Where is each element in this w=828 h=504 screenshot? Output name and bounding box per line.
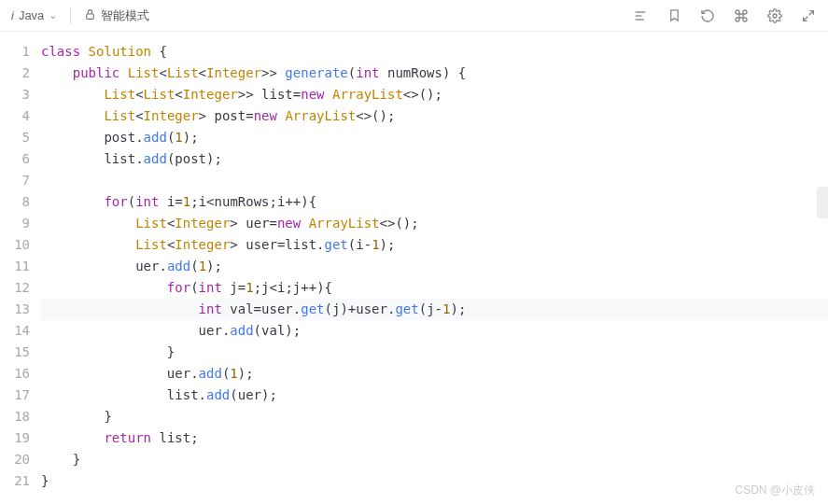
svg-rect-0 bbox=[87, 13, 94, 18]
line-number: 2 bbox=[0, 63, 30, 84]
lock-icon bbox=[84, 8, 96, 23]
bookmark-icon[interactable] bbox=[666, 7, 682, 24]
fullscreen-icon[interactable] bbox=[800, 7, 817, 24]
code-editor[interactable]: 123456789101112131415161718192021 class … bbox=[0, 32, 828, 492]
code-line[interactable]: } bbox=[41, 470, 828, 492]
line-number: 11 bbox=[0, 256, 30, 277]
line-number: 12 bbox=[0, 277, 30, 299]
line-number: 4 bbox=[0, 105, 30, 127]
code-line[interactable]: uer.add(1); bbox=[41, 256, 828, 277]
mode-label: 智能模式 bbox=[101, 7, 149, 24]
watermark-text: CSDN @小皮侠 bbox=[735, 483, 815, 498]
line-number: 1 bbox=[0, 41, 30, 63]
code-line[interactable]: public List<List<Integer>> generate(int … bbox=[41, 63, 828, 84]
code-area[interactable]: class Solution { public List<List<Intege… bbox=[41, 32, 828, 492]
code-line[interactable]: for(int i=1;i<numRows;i++){ bbox=[41, 191, 828, 213]
code-line[interactable]: uer.add(1); bbox=[41, 363, 828, 385]
language-name: Java bbox=[19, 8, 44, 22]
code-line[interactable]: post.add(1); bbox=[41, 127, 828, 148]
code-line[interactable]: } bbox=[41, 406, 828, 427]
toolbar-left: i Java ⌄ 智能模式 bbox=[11, 7, 149, 24]
chevron-down-icon: ⌄ bbox=[49, 9, 57, 21]
line-number-gutter: 123456789101112131415161718192021 bbox=[0, 32, 41, 492]
line-number: 6 bbox=[0, 148, 30, 170]
code-line[interactable]: } bbox=[41, 449, 828, 470]
reset-icon[interactable] bbox=[699, 7, 716, 24]
code-line[interactable]: list.add(uer); bbox=[41, 385, 828, 406]
line-number: 17 bbox=[0, 385, 30, 406]
format-icon[interactable] bbox=[632, 7, 649, 24]
line-number: 3 bbox=[0, 84, 30, 105]
line-number: 7 bbox=[0, 170, 30, 191]
code-line[interactable]: List<Integer> post=new ArrayList<>(); bbox=[41, 105, 828, 127]
code-line[interactable]: class Solution { bbox=[41, 41, 828, 63]
code-line[interactable]: List<List<Integer>> list=new ArrayList<>… bbox=[41, 84, 828, 105]
code-line[interactable] bbox=[41, 170, 828, 191]
line-number: 10 bbox=[0, 234, 30, 256]
line-number: 19 bbox=[0, 427, 30, 449]
toolbar-divider bbox=[70, 7, 71, 24]
code-line[interactable]: for(int j=1;j<i;j++){ bbox=[41, 277, 828, 299]
line-number: 16 bbox=[0, 363, 30, 385]
settings-icon[interactable] bbox=[766, 7, 783, 24]
side-panel-tab[interactable] bbox=[817, 187, 828, 218]
svg-point-4 bbox=[773, 14, 777, 18]
line-number: 5 bbox=[0, 127, 30, 148]
code-line[interactable]: List<Integer> uer=new ArrayList<>(); bbox=[41, 213, 828, 234]
line-number: 21 bbox=[0, 470, 30, 492]
toolbar-right bbox=[632, 7, 817, 24]
line-number: 8 bbox=[0, 191, 30, 213]
code-line[interactable]: } bbox=[41, 342, 828, 363]
line-number: 14 bbox=[0, 320, 30, 342]
code-line[interactable]: uer.add(val); bbox=[41, 320, 828, 342]
editor-toolbar: i Java ⌄ 智能模式 bbox=[0, 0, 828, 32]
mode-button[interactable]: 智能模式 bbox=[84, 7, 149, 24]
code-line[interactable]: int val=user.get(j)+user.get(j-1); bbox=[41, 299, 828, 320]
line-number: 18 bbox=[0, 406, 30, 427]
language-selector[interactable]: i Java ⌄ bbox=[11, 8, 57, 22]
command-icon[interactable] bbox=[733, 7, 750, 24]
code-line[interactable]: return list; bbox=[41, 427, 828, 449]
line-number: 9 bbox=[0, 213, 30, 234]
code-line[interactable]: list.add(post); bbox=[41, 148, 828, 170]
line-number: 13 bbox=[0, 299, 30, 320]
line-number: 15 bbox=[0, 342, 30, 363]
code-line[interactable]: List<Integer> user=list.get(i-1); bbox=[41, 234, 828, 256]
language-prefix: i bbox=[11, 8, 14, 22]
line-number: 20 bbox=[0, 449, 30, 470]
